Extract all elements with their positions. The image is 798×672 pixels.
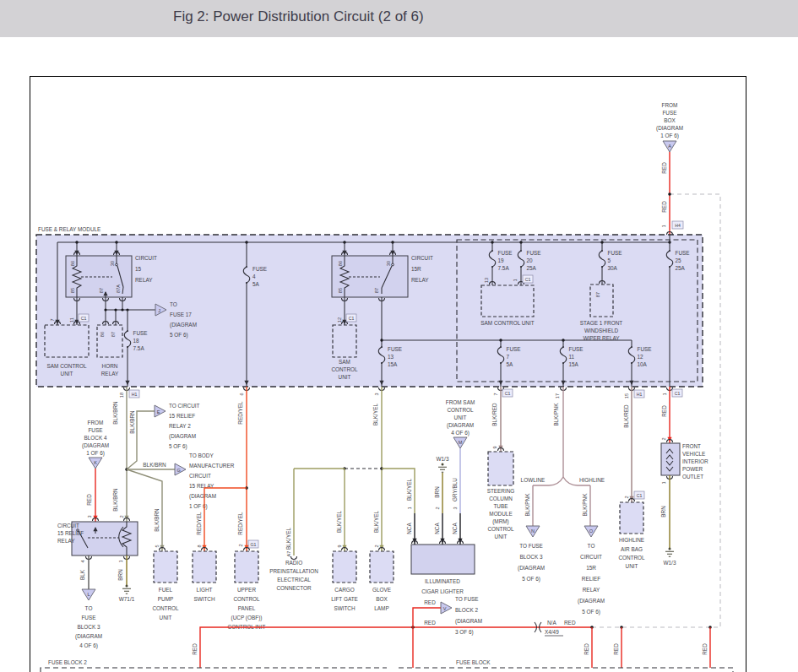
component-label: (MRM) (492, 518, 509, 525)
pin-label: 12 (337, 317, 342, 322)
fuse-label: 15A (388, 361, 398, 367)
connector-id: X4/49 (545, 629, 559, 635)
wire-label: RED (424, 620, 436, 626)
fuse-label: FUSE (608, 250, 622, 256)
pin-label: 86 (70, 261, 75, 266)
fuse-label: 18 (133, 338, 140, 344)
note-text: (DIAGRAM (82, 442, 109, 449)
note-text: FUSE (88, 427, 102, 433)
component-label: CONTROL (152, 605, 179, 611)
pin-label: 7 (493, 393, 498, 395)
pin-label: 87 (99, 288, 104, 293)
wire-label: RED/YEL (196, 512, 202, 535)
fuse-label: 4 (252, 274, 256, 279)
note-text: CIRCUIT (580, 554, 602, 560)
pin-label: 86 (100, 332, 105, 337)
wire-label: RED/YEL (237, 512, 243, 535)
note-text: TO BODY (189, 453, 214, 458)
component-label: SAM (339, 359, 350, 365)
wiring-diagram: FROM FUSE BOX (DIAGRAM 1 OF 6) A RED RED… (0, 0, 798, 672)
connector-letter: A (668, 144, 671, 149)
fuse-label: 7 (507, 354, 510, 360)
connector-id: C1 (505, 391, 511, 396)
component-label: CONTROL (618, 555, 645, 561)
wire-label: RED (661, 405, 667, 417)
fuse-label: 5A (252, 281, 260, 287)
component-label: SWITCH (334, 605, 356, 611)
pin-label: 15 (624, 393, 629, 398)
note-text: TO FUSE (519, 543, 543, 549)
note-text: (DIAGRAM (656, 125, 683, 132)
component-label: CONTROL (487, 526, 514, 532)
component-label: INTERIOR (682, 458, 708, 464)
fuse-label: FUSE (569, 346, 584, 352)
cigar-lighter-box (411, 545, 475, 574)
component-label: UNIT (160, 615, 172, 621)
fuse-label: FUSE (507, 346, 521, 352)
note-text: TO FUSE (455, 596, 479, 602)
wire-label: BRN (660, 506, 666, 518)
component-label: LIGHT (197, 587, 213, 593)
component-label: 15R (411, 266, 421, 272)
note-text: FROM (662, 102, 678, 108)
fuse-label: 7.5A (498, 265, 510, 271)
wire-label: RED (192, 643, 198, 655)
note-text: 15R (586, 565, 596, 571)
wire-label: RED (661, 201, 667, 213)
component-label: UNIT (626, 563, 638, 569)
wire-label: BLK/YEL (336, 511, 342, 533)
wire-label: RED (613, 643, 619, 655)
component-label: AIR BAG (621, 546, 643, 552)
note-text: RELIEF (582, 576, 600, 582)
pin-label: 4 (80, 560, 85, 562)
fuse-label: FUSE (527, 250, 541, 256)
wire-label: BLK/YEL (373, 511, 379, 533)
component-label: WIPER RELAY (583, 335, 620, 341)
pin-label: 2 (435, 507, 440, 509)
component-label: HORN (102, 363, 118, 369)
component-label: FRONT (682, 443, 701, 449)
connector-letter: M (459, 440, 463, 445)
wire-label: RED (424, 599, 436, 605)
connector-na-label: N/A (547, 620, 556, 626)
pin-label: 9 (337, 545, 342, 547)
pin-label: 2 (624, 496, 629, 498)
pin-label: 2 (238, 544, 243, 546)
pin-label: 2 (661, 437, 666, 440)
note-text: (DIAGRAM (518, 565, 545, 572)
pin-label: 11 (69, 317, 74, 322)
note-text: 4 OF 6) (79, 642, 98, 649)
pin-label: 30 (110, 261, 115, 266)
note-text: RELAY 2 (169, 423, 191, 429)
fuse-label: FUSE (638, 346, 652, 352)
component-label: UPPER (237, 587, 256, 593)
wire-label: RED (564, 620, 576, 626)
connector-id: H4 (675, 223, 681, 228)
wire-label: RED/YEL (237, 401, 243, 425)
note-text: 4 OF 6) (451, 430, 470, 436)
wire-label: BLK/YEL (372, 404, 378, 425)
pin-label: 1 (661, 481, 666, 484)
component-label: STEERING (487, 488, 515, 494)
wire-label: GRY/BLU (452, 478, 458, 501)
component-label: TUBE (493, 503, 508, 509)
component-label: RELAY (101, 371, 119, 377)
fuse-label: FUSE (252, 266, 267, 272)
note-text: 1 OF 6) (86, 450, 105, 457)
component-label: SAM CONTROL (47, 363, 87, 369)
fuse-label: 12 (638, 354, 644, 360)
note-text: (DIAGRAM (578, 598, 605, 604)
wire-label: NCA (434, 523, 440, 534)
note-text: (DIAGRAM (169, 433, 196, 440)
wire-label: RED (702, 643, 708, 655)
pin-label: 30 (386, 261, 391, 266)
note-text: FUSE (662, 110, 676, 116)
component-label: UNIT (339, 374, 351, 380)
fuse-label: 15A (569, 361, 579, 367)
pin-label: 87 (111, 332, 116, 337)
note-text: TO (588, 543, 595, 549)
pin-label: 17 (555, 393, 560, 398)
component-label: SAM CONTROL UNIT (480, 320, 534, 326)
component-label: RELAY (411, 277, 429, 283)
connector-id: C1 (675, 391, 681, 396)
